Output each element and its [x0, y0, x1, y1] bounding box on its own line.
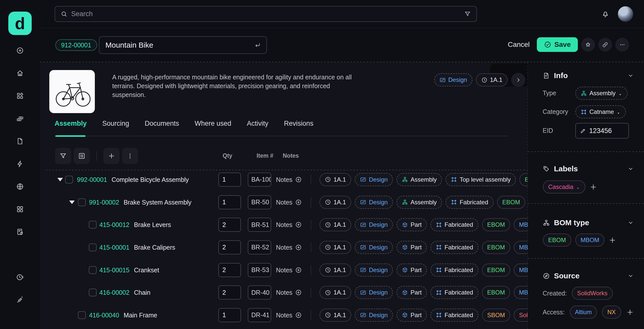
home-icon[interactable]: [16, 69, 24, 77]
category-badge[interactable]: Fabricated: [430, 218, 478, 231]
bolt-icon[interactable]: [16, 160, 24, 168]
funnel-icon[interactable]: [16, 251, 24, 258]
expand-history-button[interactable]: [511, 73, 525, 87]
copy-link-button[interactable]: [598, 38, 612, 52]
sbom-badge[interactable]: SBOM: [482, 309, 510, 322]
title-input[interactable]: [105, 41, 251, 50]
qty-input[interactable]: [218, 240, 241, 254]
chevron-down-icon[interactable]: [627, 72, 634, 79]
more-options-button[interactable]: [615, 38, 629, 52]
chevron-down-icon[interactable]: [627, 166, 634, 172]
access-chip-nx[interactable]: NX: [602, 306, 621, 319]
assembly-badge[interactable]: Assembly: [396, 173, 442, 186]
favorite-button[interactable]: [581, 38, 595, 52]
row-checkbox[interactable]: [89, 266, 97, 274]
rev-badge[interactable]: 1A.1: [319, 241, 351, 254]
add-note-button[interactable]: [295, 267, 302, 273]
design-badge[interactable]: Design: [355, 309, 393, 322]
row-checkbox[interactable]: [65, 176, 73, 183]
eid-input[interactable]: 123456: [575, 123, 629, 139]
search-filter-icon[interactable]: [464, 11, 471, 17]
save-button[interactable]: Save: [537, 37, 578, 52]
tab-documents[interactable]: Documents: [145, 120, 179, 134]
tab-where-used[interactable]: Where used: [195, 120, 231, 134]
part-number-link[interactable]: 415-00012: [99, 221, 130, 228]
part-badge[interactable]: Part: [396, 286, 427, 299]
solidworks-badge[interactable]: SolidWorks: [514, 309, 528, 322]
category-badge[interactable]: Fabricated: [446, 196, 493, 209]
part-number-link[interactable]: 416-00040: [89, 311, 119, 319]
product-image[interactable]: [49, 70, 95, 113]
category-badge[interactable]: Fabricated: [430, 309, 478, 322]
expand-toggle[interactable]: [57, 178, 63, 181]
design-badge[interactable]: Design: [355, 264, 393, 277]
item-number-field[interactable]: BR-53: [248, 263, 271, 277]
mbom-badge[interactable]: MBOM: [514, 241, 528, 254]
category-badge[interactable]: Fabricated: [430, 264, 478, 277]
ebom-badge[interactable]: EBOM: [482, 241, 510, 254]
dashboard-icon[interactable]: [16, 92, 24, 100]
status-badge[interactable]: Design: [434, 73, 472, 86]
row-menu-button[interactable]: [122, 148, 138, 164]
qty-input[interactable]: [218, 263, 241, 277]
part-number-link[interactable]: 991-00002: [89, 199, 119, 206]
add-note-button[interactable]: [295, 221, 302, 228]
item-number-field[interactable]: DR-40: [248, 285, 271, 300]
blocks-icon[interactable]: [16, 115, 24, 122]
part-badge[interactable]: Part: [396, 241, 427, 254]
grid-icon[interactable]: [16, 205, 24, 213]
assembly-badge[interactable]: Assembly: [396, 196, 442, 209]
add-note-button[interactable]: [295, 176, 302, 183]
access-chip-altium[interactable]: Altium: [570, 306, 597, 319]
tab-activity[interactable]: Activity: [247, 120, 268, 134]
app-logo[interactable]: d: [8, 12, 32, 35]
category-badge[interactable]: Fabricated: [430, 241, 478, 254]
ebom-badge[interactable]: EBOM: [497, 196, 526, 209]
clock-history-icon[interactable]: [16, 273, 24, 281]
design-badge[interactable]: Design: [355, 173, 393, 186]
user-avatar[interactable]: [618, 6, 633, 22]
category-badge[interactable]: Fabricated: [430, 286, 478, 299]
row-checkbox[interactable]: [89, 289, 97, 297]
ebom-badge[interactable]: EBOM: [482, 218, 510, 231]
item-number-field[interactable]: BR-51: [248, 218, 271, 232]
qty-input[interactable]: [218, 218, 241, 232]
rev-badge[interactable]: 1A.1: [319, 264, 351, 277]
category-badge[interactable]: Top level assembly: [446, 173, 516, 186]
ebom-badge[interactable]: EBOM: [482, 286, 510, 299]
add-bom-type-button[interactable]: [609, 236, 616, 244]
item-number-field[interactable]: BR-52: [248, 240, 271, 254]
add-row-button[interactable]: [103, 148, 119, 164]
created-chip-solidworks[interactable]: SolidWorks: [572, 287, 613, 300]
row-checkbox[interactable]: [78, 311, 86, 319]
expand-toggle[interactable]: [69, 201, 75, 204]
rev-badge[interactable]: 1A.1: [319, 218, 351, 231]
part-badge[interactable]: Part: [396, 264, 427, 277]
plug-icon[interactable]: [16, 296, 24, 304]
row-checkbox[interactable]: [89, 243, 97, 251]
part-number-link[interactable]: 992-00001: [77, 176, 107, 183]
mbom-badge[interactable]: MBOM: [514, 264, 528, 277]
part-number-link[interactable]: 416-00002: [99, 289, 130, 296]
add-label-button[interactable]: [589, 183, 597, 191]
add-circle-icon[interactable]: [16, 47, 24, 54]
bom-type-chip-mbom[interactable]: MBOM: [575, 234, 605, 247]
add-access-button[interactable]: [626, 308, 634, 316]
mbom-badge[interactable]: MBOM: [514, 286, 528, 299]
clipboard-sync-icon[interactable]: [16, 228, 24, 236]
tab-sourcing[interactable]: Sourcing: [102, 120, 129, 134]
design-badge[interactable]: Design: [355, 286, 393, 299]
chevron-down-icon[interactable]: [627, 273, 634, 279]
rev-badge[interactable]: 1A.1: [319, 196, 351, 209]
tab-revisions[interactable]: Revisions: [284, 120, 313, 134]
design-badge[interactable]: Design: [355, 196, 393, 209]
type-select[interactable]: Assembly: [575, 87, 628, 100]
ebom-badge[interactable]: EBOM: [482, 264, 510, 277]
rev-badge[interactable]: 1A.1: [319, 286, 351, 299]
design-badge[interactable]: Design: [355, 218, 393, 231]
bom-type-chip-ebom[interactable]: EBOM: [543, 234, 571, 247]
ebom-badge[interactable]: EBOM: [519, 173, 528, 186]
search-input[interactable]: Search: [55, 6, 477, 22]
label-chip-cascadia[interactable]: Cascadia: [543, 180, 585, 193]
category-select[interactable]: Catname: [575, 105, 626, 118]
